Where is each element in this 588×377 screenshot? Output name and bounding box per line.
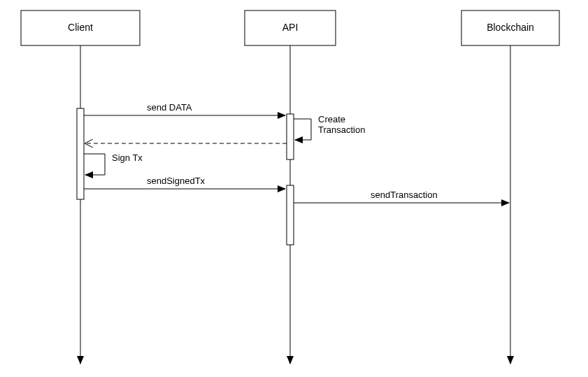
activation-api-2 xyxy=(287,185,294,245)
participant-client-label: Client xyxy=(68,22,93,33)
activation-client-1 xyxy=(77,108,84,199)
msg-create-tx-label-2: Transaction xyxy=(318,125,365,135)
msg-send-signed-tx-label: sendSignedTx xyxy=(147,176,206,186)
msg-sign-tx-line xyxy=(84,154,105,175)
activation-api-1 xyxy=(287,114,294,159)
msg-send-transaction-label: sendTransaction xyxy=(371,190,438,200)
msg-sign-tx-label: Sign Tx xyxy=(112,152,143,163)
participant-blockchain: Blockchain xyxy=(461,10,559,45)
participant-api-label: API xyxy=(282,22,299,33)
participant-api: API xyxy=(245,10,336,45)
msg-create-tx-line xyxy=(294,119,311,140)
participant-client: Client xyxy=(21,10,140,45)
msg-send-data-label: send DATA xyxy=(147,102,192,113)
participant-blockchain-label: Blockchain xyxy=(487,22,534,33)
sequence-diagram: Client API Blockchain send DATA Create T… xyxy=(0,0,588,377)
msg-create-tx-label-1: Create xyxy=(318,114,345,125)
